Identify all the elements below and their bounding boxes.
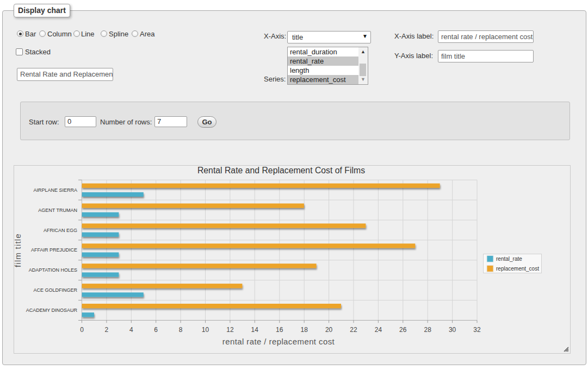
- svg-text:6: 6: [154, 326, 158, 334]
- svg-text:AIRPLANE SIERRA: AIRPLANE SIERRA: [33, 187, 77, 193]
- svg-text:AFFAIR PREJUDICE: AFFAIR PREJUDICE: [31, 247, 77, 253]
- svg-text:10: 10: [202, 326, 209, 334]
- svg-text:14: 14: [251, 326, 259, 334]
- svg-text:8: 8: [179, 326, 183, 334]
- svg-text:ADAPTATION HOLES: ADAPTATION HOLES: [29, 267, 77, 273]
- svg-text:2: 2: [105, 326, 109, 334]
- svg-text:film title: film title: [14, 233, 22, 267]
- svg-text:AGENT TRUMAN: AGENT TRUMAN: [38, 208, 77, 213]
- svg-text:Rental Rate and Replacement Co: Rental Rate and Replacement Cost of Film…: [197, 166, 365, 175]
- svg-text:ACE GOLDFINGER: ACE GOLDFINGER: [33, 287, 77, 293]
- svg-text:26: 26: [399, 326, 407, 334]
- svg-text:rental_rate: rental_rate: [496, 256, 522, 262]
- svg-text:ACADEMY DINOSAUR: ACADEMY DINOSAUR: [26, 308, 78, 313]
- svg-text:12: 12: [226, 326, 234, 334]
- svg-text:22: 22: [350, 326, 357, 334]
- svg-text:32: 32: [473, 326, 481, 334]
- svg-text:16: 16: [276, 326, 283, 334]
- svg-text:18: 18: [301, 326, 308, 334]
- svg-text:24: 24: [375, 326, 382, 334]
- svg-text:4: 4: [129, 326, 133, 334]
- svg-text:30: 30: [449, 326, 456, 334]
- svg-text:rental rate / replacement cost: rental rate / replacement cost: [222, 337, 335, 346]
- svg-text:replacement_cost: replacement_cost: [496, 266, 539, 272]
- svg-text:20: 20: [325, 326, 333, 334]
- svg-text:AFRICAN EGG: AFRICAN EGG: [44, 228, 77, 233]
- svg-text:28: 28: [424, 326, 432, 334]
- svg-text:0: 0: [80, 326, 84, 334]
